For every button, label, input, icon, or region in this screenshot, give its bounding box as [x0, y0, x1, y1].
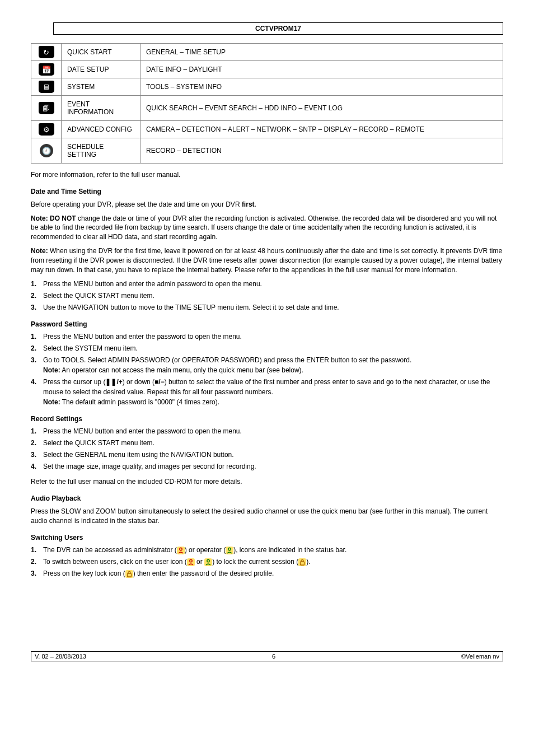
intro-post: .: [255, 200, 256, 208]
menu-icon: ⚙: [39, 123, 54, 136]
step-part: ), icons are indicated in the status bar…: [233, 546, 346, 554]
list-item: 4.Set the image size, image quality, and…: [31, 461, 503, 472]
footer-page-number: 6: [86, 653, 461, 660]
step-part: ) to lock the current session (: [212, 558, 298, 566]
menu-name-cell: SYSTEM: [62, 78, 140, 96]
list-item: 2.Select the QUICK START menu item.: [31, 438, 503, 448]
step-text: Select the SYSTEM menu item.: [43, 343, 503, 353]
intro-text: Before operating your DVR, please set th…: [31, 200, 242, 208]
list-item: 4. Press the cursor up (❚❚/+) or down (■…: [31, 377, 503, 407]
note-lead: Note:: [31, 247, 48, 255]
step-text: Set the image size, image quality, and i…: [43, 461, 503, 472]
list-item: 1.Press the MENU button and enter the pa…: [31, 426, 503, 436]
table-row: 🖥SYSTEMTOOLS – SYSTEM INFO: [31, 78, 503, 96]
menu-desc-cell: GENERAL – TIME SETUP: [140, 44, 503, 61]
menu-icon: 📅: [39, 63, 54, 76]
menu-icon-cell: 🕘: [31, 138, 62, 164]
step-text: Press the MENU button and enter the pass…: [43, 332, 503, 342]
menu-icon-cell: 🗐: [31, 96, 62, 121]
operator-user-icon: [226, 547, 233, 554]
intro-bold: first: [242, 200, 255, 208]
menu-name-cell: EVENT INFORMATION: [62, 96, 140, 121]
datetime-note2: Note: When using the DVR for the first t…: [31, 246, 503, 274]
admin-user-icon: [177, 547, 185, 554]
menu-icon: 🖥: [39, 81, 54, 93]
menu-icon-cell: ↻: [31, 44, 62, 61]
menu-icon: ↻: [39, 46, 54, 58]
svg-point-2: [190, 559, 192, 562]
step-text: Select the QUICK START menu item.: [43, 291, 503, 301]
svg-point-3: [207, 559, 209, 562]
list-item: 1.Press the MENU button and enter the pa…: [31, 332, 503, 342]
step-text: Press the cursor up (❚❚/+) or down (■/−)…: [43, 377, 503, 407]
step-body: Go to TOOLS. Select ADMIN PASSWORD (or O…: [43, 356, 411, 364]
svg-point-0: [180, 548, 182, 550]
menu-icon-cell: ⚙: [31, 121, 62, 138]
note-lead: Note:: [43, 398, 60, 406]
menu-table: ↻QUICK STARTGENERAL – TIME SETUP📅DATE SE…: [31, 43, 503, 164]
more-info-note: For more information, refer to the full …: [31, 170, 503, 180]
list-item: 1. The DVR can be accessed as administra…: [31, 545, 503, 555]
table-row: ⚙ADVANCED CONFIGCAMERA – DETECTION – ALE…: [31, 121, 503, 138]
note-body: change the date or time of your DVR afte…: [31, 214, 496, 241]
step-text: Press the MENU button and enter the pass…: [43, 426, 503, 436]
step-part: ) then enter the password of the desired…: [133, 570, 274, 577]
record-tail: Refer to the full user manual on the inc…: [31, 477, 503, 487]
section-title-datetime: Date and Time Setting: [31, 188, 503, 195]
step-part: The DVR can be accessed as administrator…: [43, 546, 177, 554]
step-part: ) or down (: [123, 378, 154, 386]
note-body: The default admin password is "0000" (4 …: [60, 398, 219, 406]
cursor-down-icon: ■/−: [154, 377, 165, 387]
menu-desc-cell: RECORD – DETECTION: [140, 138, 503, 164]
list-item: 3. Press on the key lock icon () then en…: [31, 568, 503, 578]
operator-user-icon: [204, 558, 212, 566]
menu-desc-cell: QUICK SEARCH – EVENT SEARCH – HDD INFO –…: [140, 96, 503, 121]
table-row: ↻QUICK STARTGENERAL – TIME SETUP: [31, 44, 503, 61]
step-part: Press on the key lock icon (: [43, 570, 125, 577]
list-item: 2.Select the QUICK START menu item.: [31, 291, 503, 301]
menu-name-cell: ADVANCED CONFIG: [62, 121, 140, 138]
list-item: 3.Use the NAVIGATION button to move to t…: [31, 302, 503, 312]
step-text: Select the QUICK START menu item.: [43, 438, 503, 448]
footer-copyright: ©Velleman nv: [461, 653, 499, 660]
note-body: An operator can not access the main menu…: [60, 366, 303, 374]
list-item: 3.Select the GENERAL menu item using the…: [31, 450, 503, 460]
step-part: To switch between users, click on the us…: [43, 558, 187, 566]
list-item: 3. Go to TOOLS. Select ADMIN PASSWORD (o…: [31, 355, 503, 375]
list-item: 2.Select the SYSTEM menu item.: [31, 343, 503, 353]
step-part: or: [195, 558, 204, 566]
admin-user-icon: [187, 558, 195, 566]
password-steps: 1.Press the MENU button and enter the pa…: [31, 332, 503, 407]
users-steps: 1. The DVR can be accessed as administra…: [31, 545, 503, 578]
note-body: When using the DVR for the first time, l…: [31, 247, 502, 274]
section-title-audio: Audio Playback: [31, 494, 503, 502]
lock-icon: [125, 570, 133, 578]
record-steps: 1.Press the MENU button and enter the pa…: [31, 426, 503, 472]
menu-icon-cell: 📅: [31, 61, 62, 78]
list-item: 1.Press the MENU button and enter the ad…: [31, 279, 503, 289]
cursor-up-icon: ❚❚/+: [105, 377, 122, 387]
menu-name-cell: SCHEDULE SETTING: [62, 138, 140, 164]
section-title-password: Password Setting: [31, 320, 503, 328]
step-part: ).: [306, 558, 310, 566]
note-lead: Note: DO NOT: [31, 214, 76, 222]
step-part: Press the cursor up (: [43, 378, 105, 386]
step-text: Press on the key lock icon () then enter…: [43, 568, 503, 578]
svg-rect-4: [301, 562, 305, 565]
footer-version: V. 02 – 28/08/2013: [35, 653, 86, 660]
step-text: Select the GENERAL menu item using the N…: [43, 450, 503, 460]
step-text: The DVR can be accessed as administrator…: [43, 545, 503, 555]
table-row: 🗐EVENT INFORMATIONQUICK SEARCH – EVENT S…: [31, 96, 503, 121]
menu-name-cell: QUICK START: [62, 44, 140, 61]
table-row: 📅DATE SETUPDATE INFO – DAYLIGHT: [31, 61, 503, 78]
menu-desc-cell: DATE INFO – DAYLIGHT: [140, 61, 503, 78]
step-text: To switch between users, click on the us…: [43, 557, 503, 567]
doc-title: CCTVPROM17: [255, 25, 301, 32]
menu-desc-cell: CAMERA – DETECTION – ALERT – NETWORK – S…: [140, 121, 503, 138]
menu-icon-cell: 🖥: [31, 78, 62, 96]
datetime-steps: 1.Press the MENU button and enter the ad…: [31, 279, 503, 312]
svg-rect-5: [127, 573, 131, 577]
svg-point-1: [228, 548, 231, 550]
step-text: Use the NAVIGATION button to move to the…: [43, 302, 503, 312]
section-title-users: Switching Users: [31, 534, 503, 542]
